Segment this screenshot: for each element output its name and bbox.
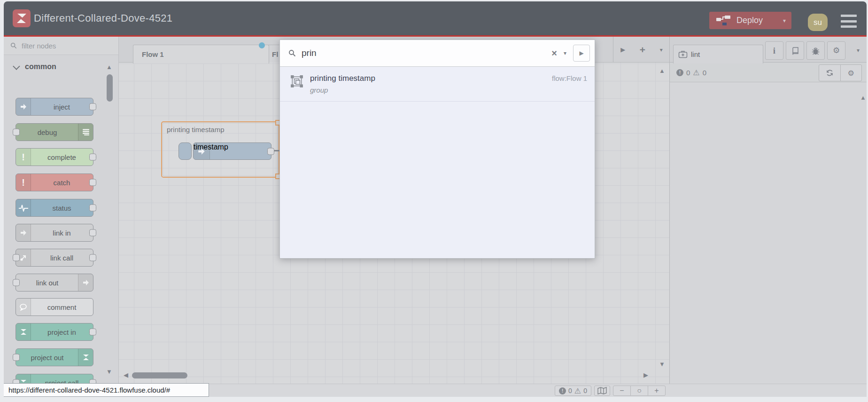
canvas-scroll-left-icon[interactable]: ◀ xyxy=(124,372,128,378)
lint-tab-label: lint xyxy=(691,50,700,58)
warning-icon: ⚠ xyxy=(693,68,699,77)
flow-list-chevron-icon[interactable]: ▾ xyxy=(660,47,663,53)
zoom-in-button[interactable]: + xyxy=(648,386,665,396)
palette-node-link-call[interactable]: link call xyxy=(16,249,93,267)
search-expand-button[interactable]: ▶ xyxy=(573,45,590,62)
navigator-button[interactable] xyxy=(594,386,610,396)
app-window: Different-Collared-Dove-4521 Deploy ▾ su xyxy=(4,1,867,397)
lint-kit-icon xyxy=(678,50,688,58)
filter-nodes-input[interactable] xyxy=(21,41,102,50)
right-sidebar: lint i ⚙ ▾ xyxy=(669,37,867,384)
result-title: printing timestamp xyxy=(310,74,375,83)
result-location: flow:Flow 1 xyxy=(552,74,587,82)
palette-node-debug[interactable]: debug xyxy=(16,123,93,141)
exclamation-icon: ! xyxy=(16,174,31,191)
project-in-icon xyxy=(16,323,31,340)
tab-lint[interactable]: lint xyxy=(673,45,763,63)
zoom-reset-button[interactable]: ○ xyxy=(630,386,648,396)
canvas-hscrollbar-thumb[interactable] xyxy=(132,372,187,378)
output-port xyxy=(89,329,96,336)
config-tab-button[interactable]: ⚙ xyxy=(827,41,845,60)
lint-actions: ⚙ xyxy=(819,64,862,81)
menu-bar xyxy=(841,15,857,17)
search-result-item[interactable]: printing timestamp flow:Flow 1 group xyxy=(280,68,595,102)
input-port xyxy=(13,129,20,136)
lint-panel-body: ▲ xyxy=(670,82,867,384)
error-count: 0 xyxy=(568,387,572,394)
palette-scrollbar-thumb[interactable] xyxy=(107,74,113,102)
tab-flow-1[interactable]: Flow 1 xyxy=(133,45,269,63)
refresh-button[interactable] xyxy=(819,65,840,81)
zoom-out-button[interactable]: − xyxy=(613,386,630,396)
avatar-initials: su xyxy=(814,18,822,27)
palette-node-catch[interactable]: ! catch xyxy=(16,173,93,191)
add-flow-button[interactable]: + xyxy=(640,44,645,55)
palette-node-comment[interactable]: comment xyxy=(16,298,93,316)
warning-icon: ⚠ xyxy=(574,386,581,395)
input-port xyxy=(13,354,20,361)
canvas-node-timestamp[interactable]: timestamp xyxy=(193,142,271,160)
canvas-scroll-up-icon[interactable]: ▲ xyxy=(659,68,665,74)
main-menu-button[interactable] xyxy=(841,15,857,28)
input-port xyxy=(13,254,20,261)
output-port xyxy=(89,179,96,186)
search-results-list: printing timestamp flow:Flow 1 group xyxy=(280,66,595,258)
palette-node-inject[interactable]: inject xyxy=(16,98,93,116)
output-port[interactable] xyxy=(267,148,274,155)
output-port xyxy=(89,205,96,212)
palette-node-project-out[interactable]: project out xyxy=(16,348,93,366)
palette-node-complete[interactable]: ! complete xyxy=(16,148,93,166)
canvas-scroll-right-icon[interactable]: ▶ xyxy=(643,372,648,378)
search-input-row: × ▾ ▶ xyxy=(280,40,595,66)
search-options-chevron-icon[interactable]: ▾ xyxy=(560,50,570,56)
node-palette: common inject debug ! complete ! catch xyxy=(4,37,119,384)
footer-controls: ! 0 ⚠ 0 − ○ + xyxy=(555,386,666,396)
book-icon xyxy=(791,47,799,55)
link-out-icon xyxy=(78,274,93,291)
sidebar-tabs-chevron-icon[interactable]: ▾ xyxy=(857,47,860,54)
debug-tab-button[interactable] xyxy=(806,41,825,60)
palette-node-link-out[interactable]: link out xyxy=(16,274,93,292)
output-port xyxy=(89,103,96,110)
search-dialog: × ▾ ▶ printing timestamp flo xyxy=(279,39,595,259)
palette-node-status[interactable]: status xyxy=(16,199,93,217)
palette-node-project-in[interactable]: project in xyxy=(16,323,93,341)
output-port xyxy=(89,229,96,236)
canvas-scroll-down-icon[interactable]: ▼ xyxy=(659,361,665,367)
chevron-down-icon xyxy=(13,63,20,70)
footer-status-counts[interactable]: ! 0 ⚠ 0 xyxy=(555,386,591,396)
inject-arrow-icon xyxy=(194,143,210,159)
deploy-icon xyxy=(716,15,731,27)
error-icon: ! xyxy=(559,387,566,394)
sidebar-tab-bar: lint i ⚙ ▾ xyxy=(670,37,867,63)
deploy-button[interactable]: Deploy ▾ xyxy=(709,12,791,29)
menu-bar xyxy=(841,20,857,23)
palette-filter[interactable] xyxy=(4,37,118,55)
lint-settings-button[interactable]: ⚙ xyxy=(840,65,862,81)
gear-icon: ⚙ xyxy=(848,69,854,78)
category-label: common xyxy=(25,63,56,71)
palette-scroll-down-icon[interactable]: ▼ xyxy=(106,369,112,375)
bug-icon xyxy=(811,47,820,55)
scroll-tabs-icon[interactable]: ▶ xyxy=(620,46,625,53)
error-icon: ! xyxy=(676,69,683,76)
unsaved-changes-dot xyxy=(259,42,265,48)
error-count: 0 xyxy=(686,69,690,77)
clear-search-icon[interactable]: × xyxy=(549,48,560,59)
user-menu-button[interactable]: su xyxy=(808,14,828,31)
palette-scroll-up-icon[interactable]: ▲ xyxy=(106,64,112,70)
info-tab-button[interactable]: i xyxy=(765,41,783,60)
debug-lines-icon xyxy=(78,124,93,141)
deploy-options-chevron-icon[interactable]: ▾ xyxy=(783,17,786,24)
output-port xyxy=(89,254,96,261)
search-input[interactable] xyxy=(301,47,549,59)
inject-trigger-button[interactable] xyxy=(178,142,192,160)
sidebar-scroll-up-icon[interactable]: ▲ xyxy=(860,94,866,101)
help-tab-button[interactable] xyxy=(786,41,804,60)
palette-node-link-in[interactable]: link in xyxy=(16,224,93,242)
search-icon xyxy=(10,42,17,49)
palette-category-common[interactable]: common xyxy=(4,57,118,76)
link-in-icon xyxy=(16,224,31,241)
group-icon xyxy=(290,75,303,88)
map-icon xyxy=(597,387,607,394)
